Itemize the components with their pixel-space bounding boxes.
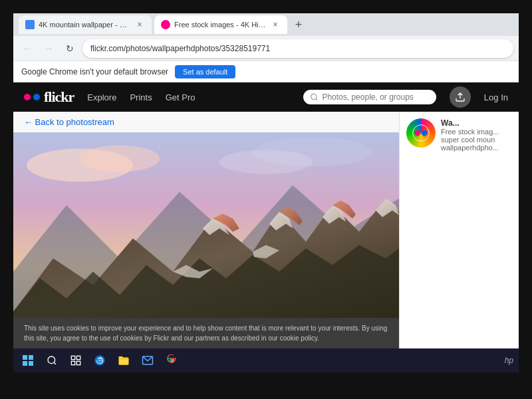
svg-rect-23 (23, 355, 27, 360)
search-icon (47, 355, 57, 366)
screen: 4K mountain wallpaper - Googl... × Free … (13, 13, 519, 372)
svg-rect-34 (119, 356, 123, 358)
file-explorer-icon (118, 354, 130, 366)
flickr-user-avatar-icon (412, 124, 430, 142)
nav-back-button[interactable]: ← (19, 40, 36, 57)
cookie-text: This site uses cookies to improve your e… (24, 323, 388, 343)
taskbar-chrome-button[interactable] (162, 351, 181, 370)
svg-point-0 (311, 94, 316, 99)
svg-point-27 (48, 356, 55, 364)
task-view-icon (70, 355, 81, 366)
right-sidebar: Wa... Free stock imag... super cool moun… (399, 112, 519, 348)
tab-2[interactable]: Free stock images - 4K High res... × (154, 15, 287, 34)
tab-2-label: Free stock images - 4K High res... (174, 21, 266, 29)
flickr-search-bar[interactable] (303, 90, 436, 104)
sidebar-subtext-3: wallpaperhdpho... (441, 144, 499, 152)
taskbar-mail-button[interactable] (138, 351, 157, 370)
svg-rect-30 (76, 356, 80, 359)
chrome-addressbar: ← → ↻ (13, 36, 519, 61)
flickr-main-content: ← Back to photostream (13, 112, 519, 348)
flickr-dot-pink-icon (24, 94, 31, 100)
svg-line-1 (316, 98, 317, 100)
new-tab-button[interactable]: + (290, 16, 307, 33)
tab-1-favicon (25, 20, 35, 29)
tab-2-close[interactable]: × (270, 19, 281, 30)
tab-1[interactable]: 4K mountain wallpaper - Googl... × (19, 15, 152, 34)
svg-line-28 (54, 362, 56, 364)
svg-point-5 (80, 146, 160, 172)
photo-main: ← Back to photostream (13, 112, 399, 348)
sidebar-subtext-2: super cool moun (441, 136, 499, 144)
svg-rect-32 (76, 361, 80, 364)
sidebar-username: Wa... (441, 118, 499, 128)
taskbar-edge-button[interactable] (90, 351, 109, 370)
flickr-search-input[interactable] (322, 92, 429, 102)
taskbar: hp (13, 348, 519, 372)
taskbar-explorer-button[interactable] (114, 351, 133, 370)
flickr-navbar: flickr Explore Prints Get Pro Log In (13, 82, 519, 112)
svg-rect-25 (23, 361, 27, 366)
default-browser-banner: Google Chrome isn't your default browser… (13, 61, 519, 82)
sidebar-subtext-1: Free stock imag... (441, 128, 499, 136)
svg-rect-29 (71, 356, 74, 359)
nav-refresh-button[interactable]: ↻ (61, 40, 78, 57)
tab-1-close[interactable]: × (134, 19, 145, 30)
flickr-nav-explore[interactable]: Explore (87, 92, 116, 102)
tab-2-favicon (161, 20, 170, 29)
back-to-photostream-link[interactable]: ← Back to photostream (13, 112, 399, 132)
monitor: 4K mountain wallpaper - Googl... × Free … (0, 0, 532, 399)
flickr-logo[interactable]: flickr (24, 88, 74, 106)
nav-forward-button[interactable]: → (40, 40, 57, 57)
login-button[interactable]: Log In (484, 92, 508, 102)
sidebar-user-info: Wa... Free stock imag... super cool moun… (441, 118, 499, 152)
svg-rect-24 (29, 355, 33, 360)
flickr-nav-getpro[interactable]: Get Pro (166, 92, 196, 102)
address-bar-input[interactable] (82, 39, 513, 58)
tab-1-label: 4K mountain wallpaper - Googl... (39, 21, 130, 29)
flickr-logo-text: flickr (44, 88, 74, 106)
edge-icon (94, 354, 106, 366)
upload-button[interactable] (450, 86, 471, 108)
upload-icon (455, 92, 466, 102)
svg-point-22 (422, 130, 428, 136)
flickr-dot-blue-icon (33, 94, 40, 100)
flickr-nav-prints[interactable]: Prints (130, 92, 152, 102)
taskbar-task-view-button[interactable] (66, 351, 85, 370)
svg-rect-26 (29, 361, 33, 366)
svg-point-21 (414, 130, 420, 136)
chrome-titlebar: 4K mountain wallpaper - Googl... × Free … (13, 13, 519, 36)
sidebar-user-row: Wa... Free stock imag... super cool moun… (406, 118, 512, 152)
sidebar-avatar[interactable] (406, 118, 436, 148)
taskbar-search-button[interactable] (43, 351, 61, 370)
windows-icon (22, 354, 34, 366)
cookie-banner: This site uses cookies to improve your e… (13, 318, 399, 348)
svg-rect-33 (119, 358, 129, 365)
set-default-button[interactable]: Set as default (175, 65, 235, 78)
svg-point-7 (219, 150, 313, 174)
mail-icon (142, 354, 154, 366)
search-icon (310, 92, 319, 102)
taskbar-start-button[interactable] (19, 351, 37, 370)
svg-rect-31 (71, 361, 74, 364)
taskbar-hp-logo: hp (505, 356, 513, 365)
mountain-photo (13, 132, 399, 318)
default-browser-text: Google Chrome isn't your default browser (21, 67, 168, 76)
photo-container (13, 132, 399, 318)
chrome-icon (166, 354, 178, 366)
